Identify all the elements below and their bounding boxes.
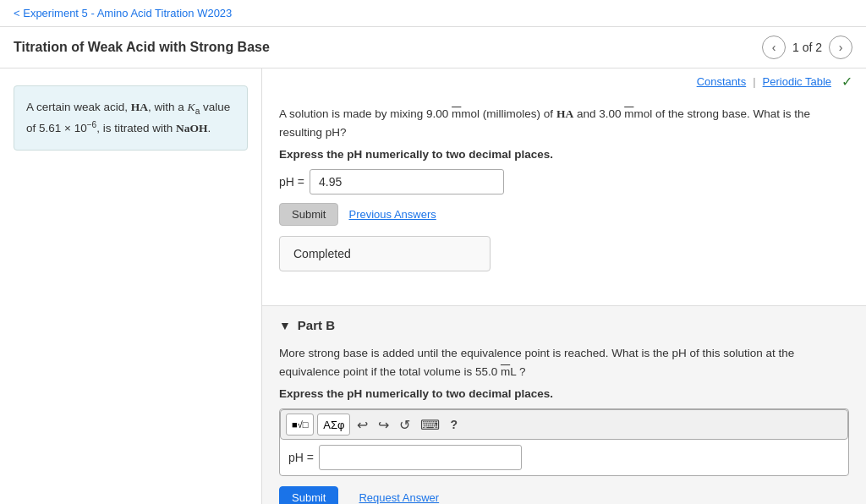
next-page-button[interactable]: › (829, 36, 852, 59)
divider: | (753, 75, 755, 88)
formula-editor-button[interactable]: ■√□ (286, 414, 314, 436)
pagination-controls: ‹ 1 of 2 › (762, 36, 852, 59)
part-a-answer-row: pH = (279, 169, 849, 194)
part-a-ph-label: pH = (279, 175, 304, 189)
part-b-input-row: pH = (280, 440, 848, 475)
part-b-answer-input[interactable] (319, 445, 522, 470)
part-b-action-row: Submit Request Answer (279, 486, 849, 504)
keyboard-button[interactable]: ⌨ (417, 415, 443, 435)
part-a-section: A solution is made by mixing 9.00 mmol (… (262, 95, 866, 305)
pagination-text: 1 of 2 (792, 41, 822, 54)
main-layout: A certain weak acid, HA, with a Ka value… (0, 68, 866, 504)
periodic-table-link[interactable]: Periodic Table (763, 75, 831, 88)
greek-symbols-button[interactable]: ΑΣφ (317, 414, 350, 436)
part-a-instruction: Express the pH numerically to two decima… (279, 148, 849, 161)
undo-button[interactable]: ↩ (354, 415, 371, 435)
reset-button[interactable]: ↺ (396, 415, 414, 435)
part-b-section: ▼ Part B More strong base is added until… (262, 305, 866, 504)
math-toolbar: ■√□ ΑΣφ ↩ ↪ ↺ ⌨ ? (280, 409, 848, 440)
part-b-request-answer-link[interactable]: Request Answer (359, 491, 439, 504)
part-a-submit-button[interactable]: Submit (279, 203, 338, 226)
page-title: Titration of Weak Acid with Strong Base (14, 40, 270, 55)
formula-icon: ■√□ (292, 419, 308, 430)
completed-label: Completed (293, 247, 351, 260)
part-a-action-row: Submit Previous Answers (279, 203, 849, 226)
problem-text: A certain weak acid, HA, with a Ka value… (26, 101, 230, 134)
greek-icon: ΑΣφ (323, 419, 344, 431)
part-a-question: A solution is made by mixing 9.00 mmol (… (279, 105, 849, 141)
part-b-question: More strong base is added until the equi… (279, 344, 849, 381)
content-area: Constants | Periodic Table ✓ A solution … (262, 68, 866, 504)
checkmark-icon: ✓ (841, 74, 852, 90)
constants-link[interactable]: Constants (697, 75, 747, 88)
completed-status-box: Completed (279, 236, 491, 271)
part-a-answer-input[interactable] (310, 169, 504, 194)
collapse-arrow-icon[interactable]: ▼ (279, 319, 291, 332)
problem-description: A certain weak acid, HA, with a Ka value… (14, 85, 248, 151)
part-b-math-input-box: ■√□ ΑΣφ ↩ ↪ ↺ ⌨ ? pH = (279, 408, 849, 476)
help-button[interactable]: ? (447, 416, 461, 433)
top-links-bar: Constants | Periodic Table ✓ (262, 68, 866, 95)
part-b-submit-button[interactable]: Submit (279, 486, 338, 504)
page-header: Titration of Weak Acid with Strong Base … (0, 27, 866, 68)
part-b-instruction: Express the pH numerically to two decima… (279, 387, 849, 400)
part-b-label: Part B (298, 318, 335, 332)
sidebar: A certain weak acid, HA, with a Ka value… (0, 68, 262, 504)
part-a-prev-answers-link[interactable]: Previous Answers (348, 208, 436, 221)
redo-button[interactable]: ↪ (375, 415, 392, 435)
part-b-header: ▼ Part B (279, 318, 849, 332)
part-b-ph-label: pH = (288, 451, 314, 464)
breadcrumb-link[interactable]: Experiment 5 - Amino Acid Titration W202… (14, 7, 232, 19)
prev-page-button[interactable]: ‹ (762, 36, 786, 59)
top-nav: Experiment 5 - Amino Acid Titration W202… (0, 0, 866, 27)
